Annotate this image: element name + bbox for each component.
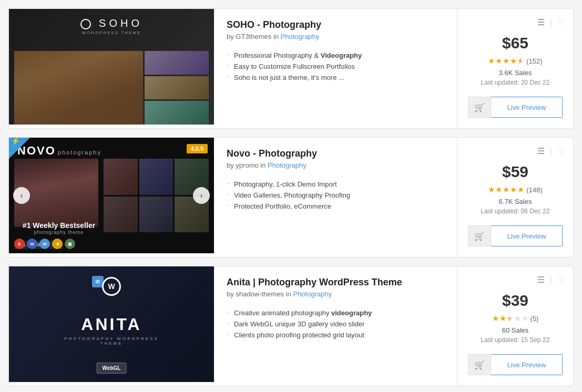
feature-item: Easy to Customize Fullscreen Portfolios bbox=[227, 61, 444, 72]
list-icon: ☰ bbox=[537, 146, 545, 156]
add-to-favorites-button[interactable]: ♡ bbox=[556, 145, 566, 157]
category-link[interactable]: Photography bbox=[293, 290, 332, 298]
novo-grid-item bbox=[139, 159, 173, 195]
novo-nav-left[interactable]: ‹ bbox=[13, 187, 30, 204]
category-link[interactable]: Photography bbox=[281, 33, 320, 40]
lightning-badge bbox=[9, 138, 30, 159]
soho-screen-sm-1 bbox=[145, 51, 209, 75]
feature-item: Dark WebGL unique 3D gallery video slide… bbox=[227, 318, 444, 329]
feature-item: Video Galleries, Photography Proofing bbox=[227, 190, 444, 201]
soho-thumbnail: SOHO WORDPRESS THEME bbox=[9, 9, 214, 125]
product-card-soho: SOHO WORDPRESS THEME bbox=[8, 8, 574, 129]
novo-grid-item bbox=[139, 197, 173, 233]
product-thumbnail-soho: SOHO WORDPRESS THEME bbox=[9, 9, 214, 125]
last-updated: Last updated: 06 Dec 22 bbox=[481, 208, 550, 215]
product-info-novo: Novo - Photography by ypromo in Photogra… bbox=[214, 138, 457, 257]
star-full: ★ bbox=[517, 185, 524, 194]
product-author: by ypromo in Photography bbox=[227, 161, 444, 169]
sales-count: 60 Sales bbox=[502, 326, 529, 334]
novo-bestseller-text: #1 Weekly Bestseller bbox=[14, 221, 104, 230]
pricing-divider: | bbox=[550, 18, 552, 27]
product-author: by GT3themes in Photography bbox=[227, 33, 444, 40]
pricing-divider: | bbox=[550, 147, 552, 156]
star-full: ★ bbox=[499, 314, 506, 323]
product-author: by shadow-themes in Photography bbox=[227, 290, 444, 298]
sales-count: 6.7K Sales bbox=[499, 198, 532, 205]
stars-row: ★★★★★ (152) bbox=[488, 56, 542, 66]
author-link[interactable]: GT3themes bbox=[236, 33, 271, 40]
feature-item: Soho is not just a theme, it's more ... bbox=[227, 72, 444, 83]
novo-thumbnail: NOVOphotography 4.0.5 #1 Weekly bbox=[9, 138, 214, 253]
add-to-cart-button[interactable]: 🛒 bbox=[468, 97, 491, 118]
add-to-list-button[interactable]: ☰ bbox=[536, 145, 546, 157]
star-full: ★ bbox=[503, 56, 509, 66]
rating-count: (148) bbox=[526, 186, 542, 194]
add-to-favorites-button[interactable]: ♡ bbox=[556, 274, 566, 286]
heart-icon: ♡ bbox=[557, 146, 565, 156]
stars-row: ★★★★★ (5) bbox=[492, 314, 539, 323]
sales-count: 3.6K Sales bbox=[499, 69, 532, 77]
novo-plugin-icons: E W W ★ ▣ bbox=[14, 239, 75, 249]
live-preview-button[interactable]: Live Preview bbox=[491, 225, 563, 246]
anita-thumbnail: IE W ANITA PHOTOGRAPHY WORDPRESS THEME W… bbox=[9, 266, 214, 382]
novo-grid-item bbox=[104, 197, 138, 233]
star-half: ★ bbox=[507, 314, 514, 323]
product-card-novo: NOVOphotography 4.0.5 #1 Weekly bbox=[8, 137, 574, 257]
product-card-anita: IE W ANITA PHOTOGRAPHY WORDPRESS THEME W… bbox=[8, 266, 574, 386]
live-preview-button[interactable]: Live Preview bbox=[491, 97, 563, 118]
elementor-icon: E bbox=[14, 239, 25, 249]
star-full: ★ bbox=[495, 185, 502, 194]
star-full: ★ bbox=[503, 185, 509, 194]
add-to-list-button[interactable]: ☰ bbox=[536, 16, 546, 28]
btn-group: 🛒 Live Preview bbox=[468, 225, 563, 246]
product-price: $59 bbox=[502, 163, 528, 181]
add-to-cart-button[interactable]: 🛒 bbox=[468, 225, 491, 246]
cart-icon: 🛒 bbox=[474, 231, 485, 241]
novo-grid-item bbox=[104, 159, 138, 195]
soho-logo-icon bbox=[80, 19, 91, 29]
woo-icon: W bbox=[27, 239, 37, 249]
star-full: ★ bbox=[492, 314, 499, 323]
author-link[interactable]: ypromo bbox=[236, 161, 258, 169]
product-name: SOHO - Photography bbox=[227, 19, 444, 30]
anita-title-block: ANITA PHOTOGRAPHY WORDPRESS THEME bbox=[60, 315, 163, 346]
author-link[interactable]: shadow-themes bbox=[236, 290, 284, 298]
list-icon: ☰ bbox=[537, 17, 545, 27]
novo-bestseller-banner: #1 Weekly Bestseller photography theme bbox=[14, 221, 104, 235]
last-updated: Last updated: 20 Dec 22 bbox=[481, 79, 550, 86]
product-features: Professional Photography & VideographyEa… bbox=[227, 50, 444, 83]
cart-icon: 🛒 bbox=[474, 360, 485, 370]
product-pricing-anita: ☰ | ♡ $39 ★★★★★ (5) 60 Sales Last update… bbox=[457, 266, 573, 386]
novo-logo-tag: photography bbox=[58, 149, 101, 156]
live-preview-button[interactable]: Live Preview bbox=[491, 354, 563, 375]
anita-subtitle-text: PHOTOGRAPHY WORDPRESS THEME bbox=[60, 336, 163, 346]
novo-nav-right[interactable]: › bbox=[193, 187, 210, 204]
novo-version-badge: 4.0.5 bbox=[187, 144, 208, 153]
feature-item: Clients photo proofing protected grid la… bbox=[227, 329, 444, 341]
add-to-list-button[interactable]: ☰ bbox=[536, 274, 546, 286]
cart-icon: 🛒 bbox=[474, 102, 485, 112]
soho-logo: SOHO WORDPRESS THEME bbox=[80, 17, 142, 35]
product-list: SOHO WORDPRESS THEME bbox=[8, 8, 574, 386]
rating-count: (5) bbox=[530, 315, 539, 323]
novo-bestseller-sub: photography theme bbox=[14, 230, 104, 235]
category-link[interactable]: Photography bbox=[268, 161, 307, 169]
product-name: Novo - Photography bbox=[227, 148, 444, 159]
pricing-divider: | bbox=[550, 275, 552, 285]
stars: ★★★★★ bbox=[488, 185, 524, 194]
star-full: ★ bbox=[510, 56, 517, 66]
soho-screen-main bbox=[14, 51, 143, 125]
btn-group: 🛒 Live Preview bbox=[468, 354, 563, 375]
add-to-favorites-button[interactable]: ♡ bbox=[556, 16, 566, 28]
soho-subtitle: WORDPRESS THEME bbox=[80, 30, 142, 35]
add-to-cart-button[interactable]: 🛒 bbox=[468, 354, 491, 375]
star-full: ★ bbox=[488, 56, 495, 66]
product-thumbnail-anita: IE W ANITA PHOTOGRAPHY WORDPRESS THEME W… bbox=[9, 266, 214, 382]
feature-item: Creative animated photography videograph… bbox=[227, 307, 444, 318]
stars-row: ★★★★★ (148) bbox=[488, 185, 542, 194]
product-pricing-novo: ☰ | ♡ $59 ★★★★★ (148) 6.7K Sales Last up… bbox=[457, 138, 573, 257]
product-info-anita: Anita | Photography WordPress Theme by s… bbox=[214, 266, 457, 386]
feature-item: Professional Photography & Videography bbox=[227, 50, 444, 61]
soho-screen-side bbox=[145, 51, 209, 125]
anita-wp-icon: W bbox=[102, 277, 121, 296]
